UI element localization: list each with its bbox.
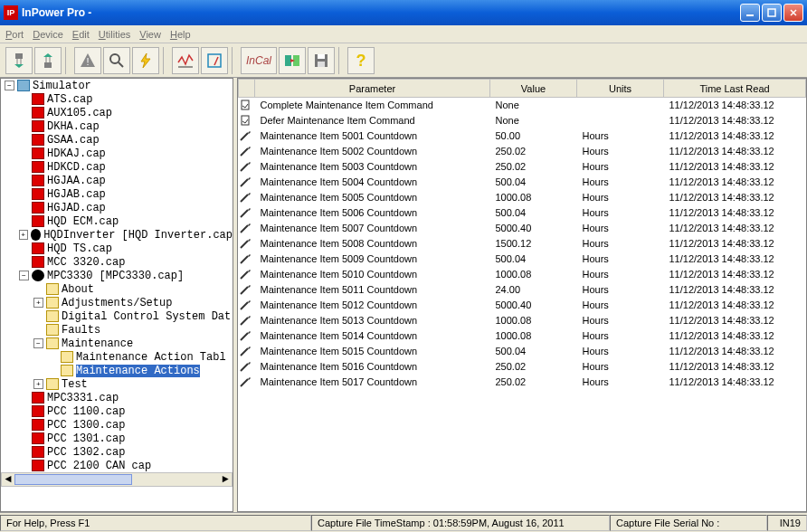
tool-connect-icon[interactable] xyxy=(5,47,33,74)
tree-item[interactable]: PCC 1302.cap xyxy=(1,445,233,459)
table-row[interactable]: Maintenance Item 5008 Countdown1500.12Ho… xyxy=(239,236,806,252)
tree-item[interactable]: AUX105.cap xyxy=(1,106,233,119)
tree-item[interactable]: MPC3331.cap xyxy=(1,391,233,404)
tool-save-icon[interactable] xyxy=(308,47,335,74)
tool-lightning-icon[interactable] xyxy=(132,47,159,74)
tree-node-label: HGJAD.cap xyxy=(47,202,106,214)
table-row[interactable]: Maintenance Item 5001 Countdown50.00Hour… xyxy=(239,128,806,144)
col-value[interactable]: Value xyxy=(490,80,577,98)
tree-item-maint-actions[interactable]: Maintenance Actions xyxy=(1,364,233,377)
tool-transfer-icon[interactable] xyxy=(279,47,306,74)
tree-node-icon xyxy=(17,80,30,91)
minimize-button[interactable] xyxy=(740,4,760,22)
table-row[interactable]: Maintenance Item 5012 Countdown5000.40Ho… xyxy=(239,298,806,313)
table-row[interactable]: Maintenance Item 5004 Countdown500.04Hou… xyxy=(239,175,806,190)
tree-item-test[interactable]: +Test xyxy=(1,377,233,391)
table-row[interactable]: Maintenance Item 5006 Countdown500.04Hou… xyxy=(239,205,806,221)
tree-item[interactable]: PCC 1100.cap xyxy=(1,404,233,418)
tree-item[interactable]: MCC 3320.cap xyxy=(1,255,233,269)
tree-item-faults[interactable]: Faults xyxy=(1,323,233,337)
tree-item[interactable]: PCC 1300.cap xyxy=(1,418,233,432)
table-row[interactable]: Defer Maintenance Item CommandNone11/12/… xyxy=(239,113,806,128)
menu-view[interactable]: View xyxy=(139,29,161,40)
expander-icon[interactable]: + xyxy=(19,230,28,240)
collapser-icon[interactable]: − xyxy=(5,81,14,90)
col-parameter[interactable]: Parameter xyxy=(255,80,490,98)
table-row[interactable]: Maintenance Item 5002 Countdown250.02Hou… xyxy=(239,144,806,159)
grid-pane[interactable]: Parameter Value Units Time Last Read Com… xyxy=(237,78,807,512)
tree-item[interactable]: HDKAJ.cap xyxy=(1,147,233,160)
svg-line-37 xyxy=(241,195,248,202)
table-row[interactable]: Maintenance Item 5017 Countdown250.02Hou… xyxy=(239,375,806,390)
menu-edit[interactable]: Edit xyxy=(72,29,90,40)
tree-item-about[interactable]: About xyxy=(1,282,233,296)
tree-item-mpc3330[interactable]: −MPC3330 [MPC3330.cap] xyxy=(1,269,233,282)
maximize-button[interactable] xyxy=(762,4,782,22)
tree-item-adjustments[interactable]: +Adjustments/Setup xyxy=(1,296,233,309)
table-row[interactable]: Maintenance Item 5010 Countdown1000.08Ho… xyxy=(239,267,806,282)
tree-node-label: GSAA.cap xyxy=(47,134,100,147)
tree-node-label: MPC3330 [MPC3330.cap] xyxy=(47,270,184,282)
tree-item[interactable]: PCC 2100 CAN cap xyxy=(1,459,233,472)
menu-help[interactable]: Help xyxy=(170,29,191,40)
cell-value: 250.02 xyxy=(490,359,577,375)
tree-item[interactable]: HGJAD.cap xyxy=(1,201,233,214)
tree-item[interactable]: HGJAA.cap xyxy=(1,174,233,187)
expander-icon[interactable]: + xyxy=(33,298,43,308)
tree-item[interactable]: PCC 1301.cap xyxy=(1,432,233,445)
tree-item[interactable]: HGJAB.cap xyxy=(1,187,233,201)
tree-node-label: Maintenance xyxy=(62,337,133,350)
tool-search-icon[interactable] xyxy=(103,47,130,74)
tree-hscroll[interactable]: ◄ ► xyxy=(1,472,233,487)
tool-disconnect-icon[interactable] xyxy=(34,47,62,74)
table-row[interactable]: Maintenance Item 5005 Countdown1000.08Ho… xyxy=(239,190,806,205)
pencil-icon xyxy=(239,328,255,344)
svg-line-33 xyxy=(241,164,248,171)
table-row[interactable]: Maintenance Item 5016 Countdown250.02Hou… xyxy=(239,359,806,375)
tree-item-digitalcontrol[interactable]: Digital Control System Dat xyxy=(1,309,233,323)
menu-port[interactable]: Port xyxy=(5,29,24,40)
menu-utilities[interactable]: Utilities xyxy=(99,29,130,40)
cell-time: 11/12/2013 14:48:33.12 xyxy=(664,267,806,282)
tree-item-hqdinverter[interactable]: +HQDInverter [HQD Inverter.cap xyxy=(1,228,233,242)
tree-item[interactable]: GSAA.cap xyxy=(1,133,233,147)
tree-item[interactable]: HQD ECM.cap xyxy=(1,214,233,228)
col-icon[interactable] xyxy=(239,80,255,98)
cell-value: 500.04 xyxy=(490,252,577,267)
tool-meter-icon[interactable] xyxy=(201,47,228,74)
table-row[interactable]: Maintenance Item 5007 Countdown5000.40Ho… xyxy=(239,221,806,236)
table-row[interactable]: Maintenance Item 5009 Countdown500.04Hou… xyxy=(239,252,806,267)
expander-icon[interactable]: + xyxy=(33,379,43,389)
tree-item[interactable]: DKHA.cap xyxy=(1,119,233,133)
tool-incal-icon[interactable]: InCal xyxy=(241,47,277,74)
tree-item-maint-action-table[interactable]: Maintenance Action Tabl xyxy=(1,350,233,364)
svg-rect-8 xyxy=(44,62,52,68)
table-row[interactable]: Complete Maintenance Item CommandNone11/… xyxy=(239,98,806,113)
table-row[interactable]: Maintenance Item 5015 Countdown500.04Hou… xyxy=(239,344,806,359)
tree-item[interactable]: HQD TS.cap xyxy=(1,242,233,255)
tool-warning-icon[interactable]: ! xyxy=(74,47,101,74)
menu-device[interactable]: Device xyxy=(33,29,63,40)
col-units[interactable]: Units xyxy=(577,80,664,98)
table-row[interactable]: Maintenance Item 5013 Countdown1000.08Ho… xyxy=(239,313,806,328)
status-capture-timestamp: Capture File TimeStamp : 01:58:59PM, Aug… xyxy=(311,515,610,531)
table-row[interactable]: Maintenance Item 5003 Countdown250.02Hou… xyxy=(239,159,806,175)
collapser-icon[interactable]: − xyxy=(19,271,29,280)
pencil-icon xyxy=(239,375,255,390)
cell-time: 11/12/2013 14:48:33.12 xyxy=(664,344,806,359)
cell-time: 11/12/2013 14:48:33.12 xyxy=(664,375,806,390)
cell-parameter: Complete Maintenance Item Command xyxy=(255,98,490,113)
tree-root-simulator[interactable]: −Simulator xyxy=(1,79,233,92)
table-row[interactable]: Maintenance Item 5014 Countdown1000.08Ho… xyxy=(239,328,806,344)
tool-chart-icon[interactable] xyxy=(172,47,199,74)
table-row[interactable]: Maintenance Item 5011 Countdown24.00Hour… xyxy=(239,282,806,298)
col-timeread[interactable]: Time Last Read xyxy=(664,80,806,98)
close-button[interactable] xyxy=(783,4,803,22)
svg-line-55 xyxy=(241,333,248,340)
tree-item[interactable]: HDKCD.cap xyxy=(1,160,233,174)
tree-item-maintenance[interactable]: −Maintenance xyxy=(1,337,233,350)
collapser-icon[interactable]: − xyxy=(33,338,43,348)
tree-item[interactable]: ATS.cap xyxy=(1,92,233,106)
tool-help-icon[interactable]: ? xyxy=(347,47,375,74)
tree-pane[interactable]: −SimulatorATS.capAUX105.capDKHA.capGSAA.… xyxy=(0,78,233,512)
